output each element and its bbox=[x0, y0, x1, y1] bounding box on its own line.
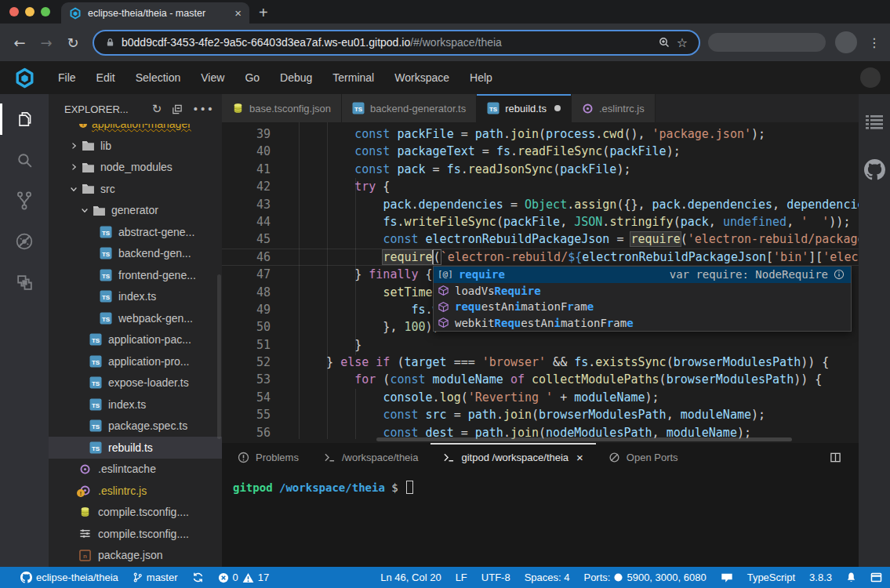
tree-item[interactable]: TSindex.ts bbox=[49, 286, 222, 308]
tree-item[interactable]: TSexpose-loader.ts bbox=[49, 372, 222, 394]
panel-tab[interactable]: Problems bbox=[225, 443, 311, 471]
sidebar-scrollbar[interactable] bbox=[217, 274, 221, 439]
status-encoding[interactable]: UTF-8 bbox=[481, 572, 510, 583]
code-line[interactable]: 51 } bbox=[222, 336, 859, 354]
autocomplete-item[interactable]: loadVsRequire bbox=[434, 283, 851, 299]
workspace-avatar[interactable] bbox=[860, 67, 881, 88]
refresh-explorer-icon[interactable]: ↻ bbox=[152, 102, 162, 116]
menu-item-selection[interactable]: Selection bbox=[125, 71, 191, 84]
panel-tab[interactable]: /workspace/theia bbox=[311, 443, 431, 471]
editor-tab[interactable]: TSrebuild.ts bbox=[477, 94, 572, 122]
tree-item[interactable]: TSfrontend-gene... bbox=[49, 264, 222, 286]
tree-item[interactable]: TSindex.ts bbox=[49, 394, 222, 416]
activity-explorer[interactable] bbox=[0, 99, 49, 140]
activity-search[interactable] bbox=[0, 140, 49, 180]
reload-button[interactable]: ↻ bbox=[61, 34, 85, 51]
status-branch[interactable]: master bbox=[133, 572, 178, 583]
tree-item[interactable]: TSapplication-pac... bbox=[49, 329, 222, 351]
maximize-window-button[interactable] bbox=[41, 7, 50, 16]
status-sync[interactable] bbox=[192, 572, 204, 583]
panel-tab[interactable]: Open Ports bbox=[596, 443, 691, 471]
code-line[interactable]: 41 const pack = fs.readJsonSync(packFile… bbox=[222, 161, 859, 178]
code-line[interactable]: 45 const electronRebuildPackageJson = re… bbox=[222, 230, 859, 248]
status-indentation[interactable]: Spaces: 4 bbox=[525, 572, 570, 583]
close-terminal-icon[interactable]: × bbox=[576, 451, 583, 464]
tree-item[interactable]: TSwebpack-gen... bbox=[49, 307, 222, 329]
menu-item-workspace[interactable]: Workspace bbox=[384, 71, 460, 84]
split-terminal-icon[interactable] bbox=[830, 452, 841, 463]
code-line[interactable]: 44 fs.writeFileSync(packFile, JSON.strin… bbox=[222, 213, 859, 230]
tree-item[interactable]: node_modules bbox=[49, 157, 222, 179]
autocomplete-item[interactable]: [@]requirevar require: NodeRequire bbox=[434, 267, 851, 283]
menu-item-go[interactable]: Go bbox=[234, 71, 270, 84]
profile-avatar[interactable] bbox=[835, 31, 857, 53]
menu-item-debug[interactable]: Debug bbox=[270, 71, 322, 84]
status-problems[interactable]: 017 bbox=[218, 572, 270, 583]
panel-tab[interactable]: gitpod /workspace/theia× bbox=[430, 443, 595, 471]
editor-tab[interactable]: base.tsconfig.json bbox=[222, 94, 342, 122]
activity-debug[interactable] bbox=[0, 221, 49, 262]
status-repository[interactable]: eclipse-theia/theia bbox=[20, 572, 118, 583]
minimize-window-button[interactable] bbox=[25, 7, 35, 16]
tree-item[interactable]: .eslintcache bbox=[49, 459, 222, 481]
code-line[interactable]: 55 const src = path.join(browserModulesP… bbox=[222, 406, 859, 423]
autocomplete-item[interactable]: requestAnimationFrame bbox=[434, 299, 851, 315]
more-actions-icon[interactable]: ••• bbox=[192, 103, 214, 115]
activity-plugins[interactable] bbox=[0, 262, 49, 303]
close-window-button[interactable] bbox=[9, 7, 19, 16]
activity-source-control[interactable] bbox=[0, 180, 49, 221]
code-line[interactable]: 46 require(`electron-rebuild/${electronR… bbox=[222, 249, 859, 266]
tree-item[interactable]: TSpackage.spec.ts bbox=[49, 416, 222, 437]
extension-pill[interactable] bbox=[708, 33, 826, 52]
tree-item[interactable]: TSabstract-gene... bbox=[49, 221, 222, 243]
collapse-all-icon[interactable] bbox=[171, 103, 183, 115]
tree-item[interactable]: !.eslintrc.js bbox=[49, 480, 222, 502]
tree-item[interactable]: compile.tsconfig.... bbox=[49, 523, 222, 545]
tree-item[interactable]: TSrebuild.ts bbox=[49, 437, 222, 459]
menu-item-file[interactable]: File bbox=[48, 71, 86, 84]
close-tab-icon[interactable]: × bbox=[234, 7, 242, 19]
tree-item-partial[interactable]: !application-manager bbox=[49, 124, 222, 135]
code-editor[interactable]: 39 const packFile = path.join(process.cw… bbox=[222, 122, 859, 443]
tree-item[interactable]: src bbox=[49, 178, 222, 200]
tree-item[interactable]: npackage.json bbox=[49, 545, 222, 567]
menu-item-view[interactable]: View bbox=[191, 71, 234, 84]
menu-item-edit[interactable]: Edit bbox=[86, 71, 125, 84]
browser-tab[interactable]: eclipse-theia/theia - master × bbox=[61, 2, 249, 24]
code-line[interactable]: 52 } else if (target === 'browser' && fs… bbox=[222, 354, 859, 371]
bookmark-star-icon[interactable]: ☆ bbox=[677, 35, 688, 50]
code-line[interactable]: 53 for (const moduleName of collectModul… bbox=[222, 371, 859, 388]
url-text[interactable]: b0dd9cdf-3453-4fe2-9a5c-66403d3ea7af.ws-… bbox=[122, 36, 652, 49]
tree-item[interactable]: lib bbox=[49, 135, 222, 157]
terminal[interactable]: gitpod /workspace/theia $ bbox=[222, 471, 859, 494]
status-eol[interactable]: LF bbox=[456, 572, 467, 583]
forward-button[interactable]: → bbox=[35, 34, 58, 51]
tree-item[interactable]: compile.tsconfig.... bbox=[49, 502, 222, 524]
rightbar-github[interactable] bbox=[859, 146, 890, 193]
rightbar-outline[interactable] bbox=[859, 99, 890, 146]
info-icon[interactable] bbox=[834, 269, 845, 280]
tree-item[interactable]: TSbackend-gen... bbox=[49, 243, 222, 265]
back-button[interactable]: ← bbox=[8, 34, 31, 51]
code-line[interactable]: 54 console.log('Reverting ' + moduleName… bbox=[222, 389, 859, 406]
browser-menu-icon[interactable]: ⋮ bbox=[866, 35, 882, 50]
address-bar[interactable]: b0dd9cdf-3453-4fe2-9a5c-66403d3ea7af.ws-… bbox=[93, 30, 700, 56]
status-ts-version[interactable]: 3.8.3 bbox=[809, 572, 832, 583]
status-notifications[interactable] bbox=[846, 572, 856, 583]
menu-item-help[interactable]: Help bbox=[460, 71, 503, 84]
status-language[interactable]: TypeScript bbox=[747, 572, 795, 583]
tree-item[interactable]: TSapplication-pro... bbox=[49, 350, 222, 372]
status-toggle-panel[interactable] bbox=[870, 572, 882, 583]
status-ports[interactable]: Ports:5900, 3000, 6080 bbox=[583, 572, 706, 583]
code-line[interactable]: 39 const packFile = path.join(process.cw… bbox=[222, 125, 859, 143]
editor-tab[interactable]: TSbackend-generator.ts bbox=[342, 94, 477, 122]
dirty-indicator[interactable] bbox=[554, 105, 561, 111]
new-tab-button[interactable]: + bbox=[259, 4, 268, 22]
code-line[interactable]: 42 try { bbox=[222, 178, 859, 195]
zoom-icon[interactable] bbox=[658, 36, 670, 49]
editor-tab[interactable]: .eslintrc.js bbox=[572, 94, 656, 122]
tree-item[interactable]: generator bbox=[49, 200, 222, 222]
code-line[interactable]: 43 pack.dependencies = Object.assign({},… bbox=[222, 196, 859, 213]
code-line[interactable]: 40 const packageText = fs.readFileSync(p… bbox=[222, 143, 859, 160]
status-feedback[interactable] bbox=[721, 572, 733, 583]
